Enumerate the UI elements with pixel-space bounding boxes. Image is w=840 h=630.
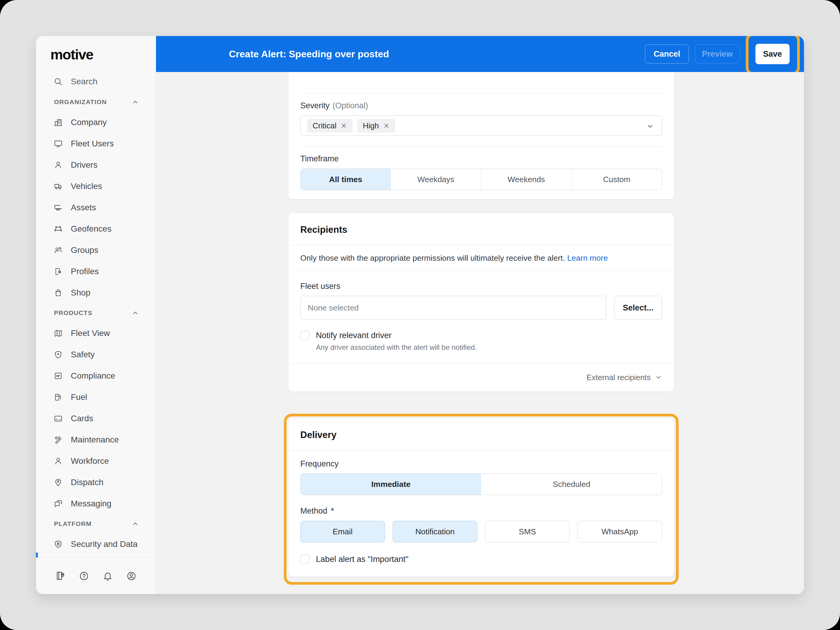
sidebar-item-label: Safety xyxy=(71,350,95,359)
notify-driver-label: Notify relevant driver xyxy=(316,331,392,340)
fleet-users-input[interactable] xyxy=(300,296,606,320)
sidebar-item-messaging[interactable]: Messaging xyxy=(36,493,156,514)
motive-logo: motive xyxy=(51,46,93,63)
sidebar-item-compliance[interactable]: Compliance xyxy=(36,365,156,387)
sidebar-item-geofences[interactable]: Geofences xyxy=(36,218,156,239)
sidebar-section-organization[interactable]: ORGANIZATION xyxy=(36,92,156,112)
sidebar-item-security-and-data[interactable]: Security and Data xyxy=(36,534,156,555)
person-icon xyxy=(54,160,63,170)
method-label: Method * xyxy=(300,506,662,516)
account-icon[interactable] xyxy=(126,571,137,581)
severity-optional-hint: (Optional) xyxy=(333,101,368,111)
sidebar-item-maintenance[interactable]: Maintenance xyxy=(36,429,156,450)
sidebar-search-label: Search xyxy=(71,77,98,87)
frequency-segmented-control: Immediate Scheduled xyxy=(300,474,662,495)
cancel-button[interactable]: Cancel xyxy=(645,44,689,63)
external-recipients-toggle[interactable]: External recipients xyxy=(288,363,674,392)
shield-lock-icon xyxy=(54,539,63,549)
sidebar-item-label: Fleet Users xyxy=(71,139,114,148)
timeframe-segmented-control: All times Weekdays Weekends Custom xyxy=(300,169,662,190)
remove-chip-icon[interactable] xyxy=(341,122,347,129)
delivery-card: Delivery Frequency Immediate Scheduled M… xyxy=(288,418,674,577)
preview-button[interactable]: Preview xyxy=(695,44,740,63)
timeframe-option-weekdays[interactable]: Weekdays xyxy=(391,169,481,190)
method-option-whatsapp[interactable]: WhatsApp xyxy=(578,521,662,542)
method-option-sms[interactable]: SMS xyxy=(485,521,570,542)
severity-select[interactable]: Critical High xyxy=(300,115,662,136)
divider xyxy=(300,93,662,93)
help-icon[interactable] xyxy=(79,571,89,581)
sidebar-item-dispatch[interactable]: Dispatch xyxy=(36,472,156,493)
dispatch-pin-icon xyxy=(54,478,63,487)
top-bar: Create Alert: Speeding over posted Cance… xyxy=(156,36,804,72)
sidebar-item-label: Workforce xyxy=(71,456,109,466)
sidebar-search[interactable]: Search xyxy=(36,72,156,91)
recipients-card: Recipients Only those with the appropria… xyxy=(288,213,674,392)
recipients-note: Only those with the appropriate permissi… xyxy=(288,245,674,272)
fuel-pump-icon xyxy=(54,392,63,402)
severity-chip-critical: Critical xyxy=(307,119,352,133)
sidebar-item-fleet-view[interactable]: Fleet View xyxy=(36,322,156,344)
sidebar-item-drivers[interactable]: Drivers xyxy=(36,154,156,175)
delivery-title: Delivery xyxy=(300,429,662,441)
monitor-icon xyxy=(54,139,63,148)
chevron-down-icon xyxy=(646,122,654,130)
sidebar-item-label: Dispatch xyxy=(71,478,104,487)
chat-bubbles-icon xyxy=(54,499,63,508)
frequency-label: Frequency xyxy=(300,459,662,469)
external-recipients-label: External recipients xyxy=(586,373,651,382)
timeframe-option-custom[interactable]: Custom xyxy=(572,169,662,190)
sidebar-item-profiles[interactable]: Profiles xyxy=(36,261,156,282)
notify-driver-checkbox[interactable] xyxy=(300,331,309,340)
recipients-note-text: Only those with the appropriate permissi… xyxy=(300,254,565,262)
sidebar-item-workforce[interactable]: Workforce xyxy=(36,450,156,472)
method-option-notification[interactable]: Notification xyxy=(393,521,477,542)
chip-label: Critical xyxy=(313,121,336,131)
map-icon xyxy=(54,328,63,338)
sidebar-item-label: Security and Data xyxy=(71,539,138,549)
method-option-email[interactable]: Email xyxy=(300,521,385,542)
sidebar-item-fuel[interactable]: Fuel xyxy=(36,387,156,408)
important-label-checkbox[interactable] xyxy=(300,555,309,564)
method-label-text: Method xyxy=(300,507,327,516)
section-label: ORGANIZATION xyxy=(54,98,107,106)
sidebar-item-company[interactable]: Company xyxy=(36,112,156,133)
company-icon xyxy=(54,118,63,127)
notify-driver-help: Any driver associated with the alert wil… xyxy=(316,343,662,352)
severity-chip-high: High xyxy=(357,119,395,133)
chevron-up-icon xyxy=(132,309,139,316)
bell-icon[interactable] xyxy=(102,571,113,581)
remove-chip-icon[interactable] xyxy=(383,122,390,129)
compliance-icon xyxy=(54,371,63,381)
page-title: Create Alert: Speeding over posted xyxy=(229,49,389,60)
sidebar-section-products[interactable]: PRODUCTS xyxy=(36,303,156,322)
important-label-text: Label alert as "Important" xyxy=(316,554,408,564)
severity-label-text: Severity xyxy=(300,101,330,111)
frequency-option-immediate[interactable]: Immediate xyxy=(301,474,481,495)
select-users-button[interactable]: Select... xyxy=(614,296,662,320)
sidebar-item-label: Company xyxy=(71,118,107,127)
app-window: motive Search ORGANIZATION Company Fleet… xyxy=(36,36,804,594)
save-button[interactable]: Save xyxy=(755,44,789,64)
frequency-option-scheduled[interactable]: Scheduled xyxy=(481,474,662,495)
timeframe-option-weekends[interactable]: Weekends xyxy=(481,169,572,190)
learn-more-link[interactable]: Learn more xyxy=(567,254,608,262)
sidebar-item-label: Geofences xyxy=(71,224,111,234)
timeframe-option-all-times[interactable]: All times xyxy=(301,169,391,190)
chip-label: High xyxy=(363,121,379,131)
chevron-down-icon xyxy=(655,374,662,381)
sidebar-item-vehicles[interactable]: Vehicles xyxy=(36,175,156,197)
sidebar-item-safety[interactable]: Safety xyxy=(36,344,156,365)
guide-book-icon[interactable] xyxy=(55,571,66,581)
sidebar-item-shop[interactable]: Shop xyxy=(36,282,156,303)
sidebar-item-fleet-users[interactable]: Fleet Users xyxy=(36,133,156,154)
sidebar-section-platform[interactable]: PLATFORM xyxy=(36,514,156,534)
sidebar-item-groups[interactable]: Groups xyxy=(36,239,156,261)
chevron-up-icon xyxy=(132,98,139,106)
timeframe-label: Timeframe xyxy=(300,153,662,164)
sidebar-item-cards[interactable]: Cards xyxy=(36,408,156,429)
sidebar-scroll-indicator xyxy=(36,553,38,558)
sidebar-item-label: Vehicles xyxy=(71,182,102,191)
sidebar-item-assets[interactable]: Assets xyxy=(36,197,156,218)
sidebar-item-label: Profiles xyxy=(71,267,99,276)
